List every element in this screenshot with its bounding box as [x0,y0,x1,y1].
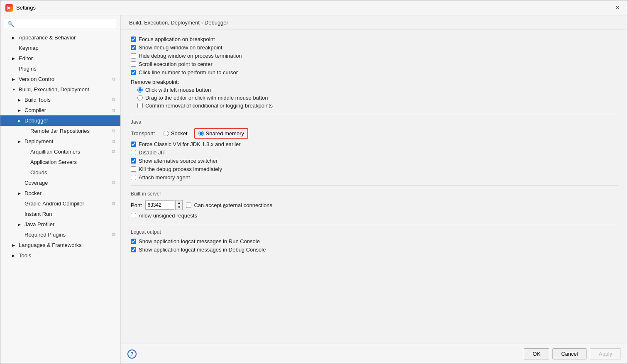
built-in-server-section: Built-in server Port: ▲ ▼ Can accept ext… [131,191,618,219]
window-title: Settings [16,5,36,11]
separator-java [131,114,618,114]
hide-debug-label: Hide debug window on process termination [139,53,242,59]
sidebar-item-label: Version Control [19,76,56,82]
can-accept-external-checkbox[interactable] [186,203,191,208]
sidebar-item-version-control[interactable]: ▶ Version Control ⧉ [0,74,120,84]
show-debug-checkbox[interactable] [131,45,136,50]
sidebar-item-build-tools[interactable]: ▶ Build Tools ⧉ [0,95,120,105]
sidebar-item-label: Keymap [19,45,39,51]
built-in-server-label: Built-in server [131,191,618,197]
sidebar-item-docker[interactable]: ▶ Docker [0,188,120,198]
cancel-button[interactable]: Cancel [552,348,586,359]
checkbox-show-alt-source: Show alternative source switcher [131,158,618,164]
sidebar-item-gradle-android-compiler[interactable]: Gradle-Android Compiler ⧉ [0,198,120,209]
chevron-icon: ▶ [18,139,22,144]
search-input[interactable] [16,21,113,27]
show-alt-source-checkbox[interactable] [131,158,136,164]
sidebar-item-instant-run[interactable]: Instant Run [0,209,120,219]
checkbox-disable-jit: Disable JIT [131,149,618,156]
sidebar-item-coverage[interactable]: Coverage ⧉ [0,178,120,188]
sidebar-item-label: Build Tools [24,97,51,103]
sidebar-item-java-profiler[interactable]: ▶ Java Profiler [0,219,120,230]
focus-app-checkbox[interactable] [131,37,136,42]
sidebar-item-debugger[interactable]: ▶ Debugger [0,115,120,126]
sidebar-item-languages-frameworks[interactable]: ▶ Languages & Frameworks [0,240,120,250]
java-section-label: Java [131,119,618,125]
help-button[interactable]: ? [127,349,137,359]
copy-icon: ⧉ [112,97,115,103]
show-debug-console-checkbox[interactable] [131,247,136,252]
sidebar-item-compiler[interactable]: ▶ Compiler ⧉ [0,105,120,115]
scroll-execution-label: Scroll execution point to center [139,61,213,67]
sidebar-item-arquillian-containers[interactable]: Arquillian Containers ⧉ [0,147,120,157]
copy-icon: ⧉ [112,107,115,113]
sidebar-item-label: Arquillian Containers [30,149,80,155]
java-section: Java Transport: Socket Shared memory [131,119,618,181]
search-box[interactable]: 🔍 [4,19,117,29]
attach-memory-checkbox[interactable] [131,175,136,180]
sidebar-item-deployment[interactable]: ▶ Deployment ⧉ [0,136,120,147]
sidebar-item-label: Java Profiler [24,221,54,227]
checkbox-allow-unsigned: Allow unsigned requests [131,213,618,219]
hide-debug-checkbox[interactable] [131,53,136,59]
copy-icon: ⧉ [112,201,115,206]
sidebar-item-label: Editor [19,55,33,61]
force-classic-vm-checkbox[interactable] [131,142,136,147]
scroll-execution-checkbox[interactable] [131,61,136,67]
confirm-removal-checkbox[interactable] [137,103,143,108]
click-line-checkbox[interactable] [131,70,136,75]
port-row: Port: ▲ ▼ Can accept external connection… [131,200,618,210]
socket-radio[interactable] [164,131,169,136]
sidebar-item-application-servers[interactable]: Application Servers [0,157,120,167]
chevron-icon: ▶ [12,56,16,61]
shared-memory-radio[interactable] [198,131,204,136]
footer: ? OK Cancel Apply [121,344,628,364]
kill-debug-label: Kill the debug process immediately [139,166,222,172]
sidebar: 🔍 ▶ Appearance & Behavior Keymap ▶ Edito… [0,15,121,364]
port-input[interactable] [145,200,174,210]
sidebar-item-label: Gradle-Android Compiler [24,200,84,207]
chevron-icon: ▶ [12,77,16,81]
show-run-console-checkbox[interactable] [131,239,136,244]
chevron-placeholder [12,46,16,50]
sidebar-item-required-plugins[interactable]: Required Plugins ⧉ [0,230,120,240]
force-classic-vm-label: Force Classic VM for JDK 1.3.x and earli… [139,141,241,147]
focus-app-label: Focus application on breakpoint [139,36,215,42]
shared-memory-label: Shared memory [206,130,244,137]
title-bar-left: ▶ Settings [5,4,36,12]
checkbox-show-run-console: Show application logcat messages in Run … [131,238,618,244]
kill-debug-checkbox[interactable] [131,166,136,172]
attach-memory-label: Attach memory agent [139,174,190,181]
radio-drag-middle: Drag to the editor or click with middle … [131,95,618,101]
radio-click-left-input[interactable] [137,87,143,93]
logcat-label: Logcat output [131,229,618,235]
port-up-button[interactable]: ▲ [176,200,182,205]
sidebar-item-plugins[interactable]: Plugins [0,64,120,74]
ok-button[interactable]: OK [524,348,549,359]
chevron-placeholder [24,160,28,164]
chevron-icon: ▼ [12,88,16,92]
chevron-icon: ▶ [12,243,16,247]
chevron-placeholder [24,150,28,154]
breadcrumb-separator: › [201,20,203,26]
sidebar-item-build-execution-deployment[interactable]: ▼ Build, Execution, Deployment [0,84,120,95]
port-down-button[interactable]: ▼ [176,205,182,210]
sidebar-item-label: Remote Jar Repositories [30,128,90,134]
sidebar-item-keymap[interactable]: Keymap [0,43,120,53]
sidebar-item-clouds[interactable]: Clouds [0,167,120,178]
sidebar-item-editor[interactable]: ▶ Editor [0,53,120,64]
radio-drag-middle-input[interactable] [137,95,143,100]
apply-button[interactable]: Apply [590,348,621,359]
shared-memory-highlight: Shared memory [194,128,248,139]
click-line-label: Click line number to perform run to curs… [139,69,238,76]
logcat-section: Logcat output Show application logcat me… [131,229,618,253]
close-button[interactable]: ✕ [612,3,623,12]
disable-jit-checkbox[interactable] [131,150,136,155]
sidebar-item-remote-jar-repositories[interactable]: Remote Jar Repositories ⧉ [0,126,120,136]
footer-buttons: OK Cancel Apply [524,348,621,359]
allow-unsigned-checkbox[interactable] [131,213,136,218]
sidebar-item-label: Build, Execution, Deployment [19,86,89,93]
sidebar-item-label: Application Servers [30,159,77,165]
sidebar-item-tools[interactable]: ▶ Tools [0,250,120,261]
sidebar-item-appearance-behavior[interactable]: ▶ Appearance & Behavior [0,32,120,43]
